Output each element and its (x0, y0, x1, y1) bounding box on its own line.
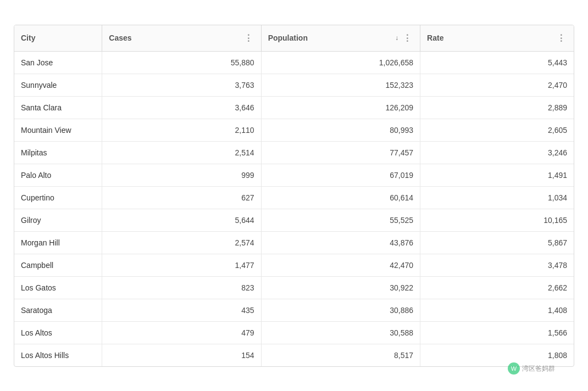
table-row: Saratoga43530,8861,408 (14, 299, 574, 321)
col-header-city: City (14, 25, 102, 52)
data-table: City Cases ⋮ Population ↓ (14, 25, 574, 367)
col-header-rate: Rate ⋮ (420, 25, 574, 52)
table-row: Los Gatos82330,9222,662 (14, 276, 574, 299)
col-header-population: Population ↓ ⋮ (261, 25, 420, 52)
cell-population: 55,525 (261, 209, 420, 231)
table-row: Milpitas2,51477,4573,246 (14, 141, 574, 164)
rate-menu-icon[interactable]: ⋮ (556, 33, 567, 43)
cell-city: Los Gatos (14, 276, 102, 299)
cell-population: 8,517 (261, 344, 420, 366)
cell-city: Los Altos Hills (14, 344, 102, 366)
cell-city: Los Altos (14, 321, 102, 344)
cell-population: 152,323 (261, 74, 420, 96)
cell-cases: 435 (102, 299, 261, 321)
table-row: Palo Alto99967,0191,491 (14, 164, 574, 186)
cell-city: Morgan Hill (14, 231, 102, 254)
cell-cases: 1,477 (102, 254, 261, 276)
table-row: Campbell1,47742,4703,478 (14, 254, 574, 276)
cell-cases: 627 (102, 186, 261, 209)
cell-population: 30,922 (261, 276, 420, 299)
cell-rate: 3,246 (420, 141, 574, 164)
cases-menu-icon[interactable]: ⋮ (243, 33, 254, 43)
cell-city: Milpitas (14, 141, 102, 164)
cell-population: 77,457 (261, 141, 420, 164)
cell-rate: 10,165 (420, 209, 574, 231)
cell-population: 1,026,658 (261, 51, 420, 74)
cell-city: Sunnyvale (14, 74, 102, 96)
cell-city: San Jose (14, 51, 102, 74)
cell-city: Campbell (14, 254, 102, 276)
cell-rate: 2,470 (420, 74, 574, 96)
cell-cases: 55,880 (102, 51, 261, 74)
cell-population: 42,470 (261, 254, 420, 276)
cell-rate: 1,808 (420, 344, 574, 366)
cell-rate: 1,408 (420, 299, 574, 321)
cell-rate: 3,478 (420, 254, 574, 276)
cell-population: 30,588 (261, 321, 420, 344)
cell-rate: 2,889 (420, 96, 574, 119)
cell-population: 60,614 (261, 186, 420, 209)
cell-cases: 2,110 (102, 119, 261, 141)
population-sort-icon[interactable]: ↓ (395, 34, 398, 42)
cell-rate: 1,491 (420, 164, 574, 186)
cell-city: Mountain View (14, 119, 102, 141)
cell-population: 80,993 (261, 119, 420, 141)
cell-rate: 1,034 (420, 186, 574, 209)
cell-cases: 5,644 (102, 209, 261, 231)
population-menu-icon[interactable]: ⋮ (402, 33, 413, 43)
table-row: Sunnyvale3,763152,3232,470 (14, 74, 574, 96)
cell-population: 30,886 (261, 299, 420, 321)
cell-cases: 479 (102, 321, 261, 344)
cell-city: Palo Alto (14, 164, 102, 186)
table-row: Los Altos47930,5881,566 (14, 321, 574, 344)
cell-cases: 3,763 (102, 74, 261, 96)
cell-cases: 823 (102, 276, 261, 299)
table-row: Mountain View2,11080,9932,605 (14, 119, 574, 141)
cell-rate: 1,566 (420, 321, 574, 344)
cell-cases: 3,646 (102, 96, 261, 119)
cell-population: 67,019 (261, 164, 420, 186)
cell-population: 126,209 (261, 96, 420, 119)
cell-cases: 2,574 (102, 231, 261, 254)
cell-cases: 154 (102, 344, 261, 366)
table-row: Santa Clara3,646126,2092,889 (14, 96, 574, 119)
table-row: Gilroy5,64455,52510,165 (14, 209, 574, 231)
cell-rate: 5,443 (420, 51, 574, 74)
cell-city: Saratoga (14, 299, 102, 321)
table-header-row: City Cases ⋮ Population ↓ (14, 25, 574, 52)
cell-rate: 2,662 (420, 276, 574, 299)
cell-city: Gilroy (14, 209, 102, 231)
table-row: Morgan Hill2,57443,8765,867 (14, 231, 574, 254)
table-row: Cupertino62760,6141,034 (14, 186, 574, 209)
cell-city: Santa Clara (14, 96, 102, 119)
cell-rate: 5,867 (420, 231, 574, 254)
table-row: Los Altos Hills1548,5171,808 (14, 344, 574, 366)
cell-cases: 2,514 (102, 141, 261, 164)
cell-cases: 999 (102, 164, 261, 186)
table-row: San Jose55,8801,026,6585,443 (14, 51, 574, 74)
col-header-cases: Cases ⋮ (102, 25, 261, 52)
cell-rate: 2,605 (420, 119, 574, 141)
cell-population: 43,876 (261, 231, 420, 254)
cell-city: Cupertino (14, 186, 102, 209)
